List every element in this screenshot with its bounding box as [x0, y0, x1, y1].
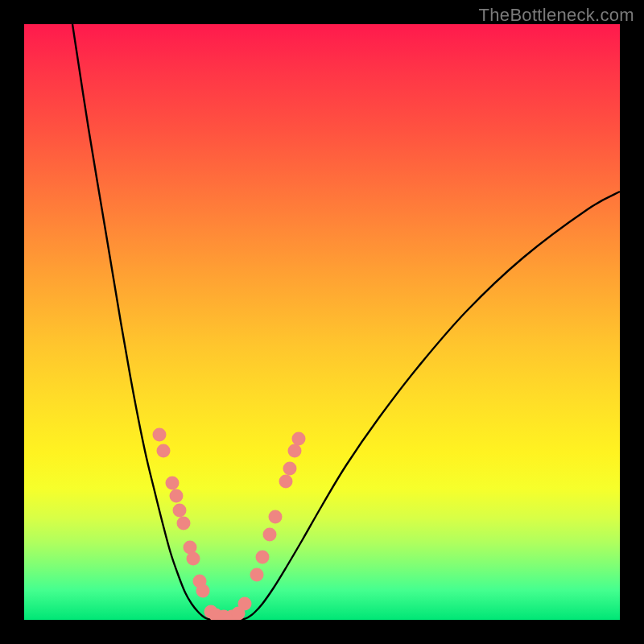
data-dot: [256, 551, 270, 564]
chart-plot-area: [24, 24, 620, 620]
data-dot: [263, 528, 277, 542]
chart-svg: [24, 24, 620, 620]
data-dot: [173, 504, 187, 518]
curve-right: [242, 192, 620, 620]
data-dot: [187, 552, 200, 566]
data-dot: [157, 444, 171, 458]
data-dot: [170, 489, 184, 503]
data-dot: [153, 428, 167, 442]
data-dot: [166, 477, 180, 490]
data-dots: [153, 428, 306, 621]
data-dot: [292, 432, 306, 446]
watermark-text: TheBottleneck.com: [479, 5, 634, 26]
data-dot: [279, 475, 293, 489]
data-dot: [177, 517, 191, 530]
data-dot: [288, 444, 302, 458]
data-dot: [238, 597, 252, 611]
curve-left: [72, 24, 211, 620]
data-dot: [250, 568, 264, 582]
data-dot: [269, 510, 283, 524]
data-dot: [196, 584, 210, 598]
data-dot: [283, 462, 297, 476]
